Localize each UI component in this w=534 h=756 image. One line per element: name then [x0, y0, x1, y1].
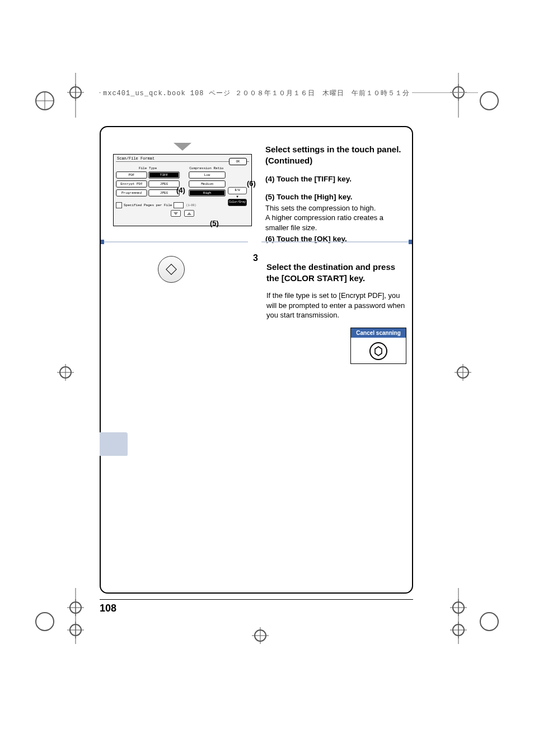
- crop-mark-icon: [252, 627, 274, 644]
- specified-pages-label: Specified Pages per File: [124, 203, 172, 207]
- content-frame: Scan/File Format OK File Type Compressio…: [100, 126, 413, 594]
- specified-pages-checkbox[interactable]: [116, 202, 122, 208]
- stop-button[interactable]: [369, 342, 387, 360]
- page-number: 108: [100, 603, 116, 614]
- scan-file-format-panel: Scan/File Format OK File Type Compressio…: [113, 154, 252, 226]
- ok-button[interactable]: OK: [229, 158, 247, 165]
- touch-panel-figure: Scan/File Format OK File Type Compressio…: [113, 143, 252, 226]
- file-type-jpeg[interactable]: JPEG: [148, 189, 180, 197]
- svg-point-2: [480, 92, 498, 110]
- step-3-body: If the file type is set to [Encrypt PDF]…: [266, 291, 406, 320]
- file-type-tiff[interactable]: TIFF: [148, 171, 180, 179]
- rule: [100, 599, 413, 600]
- triangle-down-icon: [174, 212, 178, 215]
- color-gray-tab[interactable]: Color/Gray: [228, 199, 247, 206]
- callout-5: (5): [210, 219, 219, 227]
- page: mxc401_us_qck.book 108 ページ ２００８年１０月１６日 木…: [0, 0, 534, 756]
- arrow-down-icon: [174, 143, 191, 151]
- callout-6: (6): [247, 179, 256, 188]
- compression-low[interactable]: Low: [189, 171, 226, 179]
- svg-point-9: [480, 613, 498, 631]
- file-type-encrypt-pdf[interactable]: Encrypt PDF: [116, 180, 147, 188]
- file-type-pdf[interactable]: PDF: [116, 171, 147, 179]
- cancel-scanning-label: Cancel scanning: [351, 328, 406, 338]
- instructions-column: Select settings in the touch panel. (Con…: [265, 144, 404, 251]
- step-number: 3: [253, 253, 258, 263]
- diamond-icon: [166, 264, 177, 275]
- crop-mark-icon: [444, 73, 500, 118]
- crop-mark-icon: [57, 364, 79, 381]
- step-5: (5) Touch the [High] key.: [265, 192, 404, 202]
- compression-high[interactable]: High: [189, 189, 226, 197]
- step-4: (4) Touch the [TIFF] key.: [265, 174, 404, 184]
- increment-button[interactable]: [184, 210, 194, 217]
- bw-tab[interactable]: B/W: [228, 187, 247, 194]
- cancel-scanning-box: Cancel scanning: [350, 328, 406, 364]
- step-6: (6) Touch the [OK] key.: [265, 234, 404, 244]
- specified-pages-input[interactable]: [174, 202, 184, 208]
- crop-mark-icon: [34, 73, 90, 118]
- color-start-key-icon: [158, 256, 185, 283]
- file-type-jpeg[interactable]: JPEG: [148, 180, 180, 188]
- chapter-tab: [100, 432, 128, 456]
- divider: [101, 241, 248, 242]
- compression-medium[interactable]: Medium: [189, 180, 226, 188]
- crop-mark-icon: [34, 588, 90, 644]
- callout-4: (4): [176, 186, 185, 194]
- file-type-programmed[interactable]: Programmed: [116, 189, 147, 197]
- stop-icon: [373, 346, 383, 356]
- svg-point-6: [36, 613, 54, 631]
- step-3-heading: Select the destination and press the [CO…: [266, 262, 406, 283]
- specified-pages-range: (1~99): [186, 204, 196, 207]
- divider: [261, 241, 412, 242]
- compression-label: Compression Ratio: [180, 166, 233, 170]
- crop-mark-icon: [455, 364, 477, 381]
- section-heading: Select settings in the touch panel. (Con…: [265, 144, 404, 167]
- step-5-detail: A higher compression ratio creates a sma…: [265, 213, 404, 232]
- step-5-detail: This sets the compression to high.: [265, 203, 404, 213]
- step-3-block: 3 Select the destination and press the […: [253, 253, 406, 364]
- file-type-label: File Type: [116, 166, 180, 170]
- divider-tab: [101, 240, 104, 244]
- triangle-up-icon: [187, 212, 191, 215]
- decrement-button[interactable]: [171, 210, 181, 217]
- divider-tab: [409, 240, 412, 244]
- crop-mark-icon: [444, 588, 500, 644]
- print-header: mxc401_us_qck.book 108 ページ ２００８年１０月１６日 木…: [101, 88, 412, 98]
